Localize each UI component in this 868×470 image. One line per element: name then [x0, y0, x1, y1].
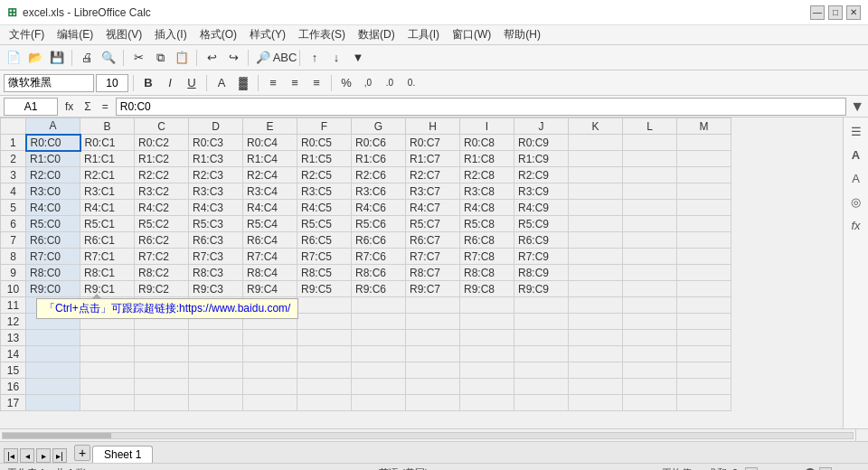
- cell-F13[interactable]: [297, 330, 352, 346]
- sort-asc-button[interactable]: ↑: [305, 48, 325, 68]
- cell-L1[interactable]: [623, 135, 677, 151]
- sidebar-format-button[interactable]: A: [846, 168, 866, 188]
- cell-I11[interactable]: [460, 297, 514, 314]
- cell-B9[interactable]: R8:C1: [80, 265, 135, 281]
- cell-B7[interactable]: R6:C1: [80, 232, 135, 249]
- formula-expand-button[interactable]: ▼: [850, 99, 864, 115]
- cell-D13[interactable]: [189, 330, 243, 346]
- cell-H10[interactable]: R9:C7: [406, 281, 460, 297]
- cell-M8[interactable]: [677, 249, 731, 265]
- cell-G8[interactable]: R7:C6: [352, 249, 406, 265]
- cell-I16[interactable]: [460, 379, 514, 395]
- cell-I3[interactable]: R2:C8: [460, 167, 514, 183]
- cell-G12[interactable]: [352, 314, 406, 330]
- preview-button[interactable]: 🔍: [99, 48, 118, 68]
- cell-B3[interactable]: R2:C1: [80, 167, 135, 183]
- cell-C13[interactable]: [135, 330, 189, 346]
- percent-button[interactable]: %: [336, 73, 356, 93]
- bold-button[interactable]: B: [138, 73, 158, 93]
- cell-G11[interactable]: [352, 297, 406, 314]
- cell-I5[interactable]: R4:C8: [460, 200, 514, 216]
- cell-D16[interactable]: [189, 379, 243, 395]
- cell-D1[interactable]: R0:C3: [189, 135, 243, 151]
- col-header-K[interactable]: K: [569, 118, 623, 135]
- cell-H4[interactable]: R3:C7: [406, 183, 460, 200]
- cell-K7[interactable]: [569, 232, 623, 249]
- cell-M9[interactable]: [677, 265, 731, 281]
- cell-G3[interactable]: R2:C6: [352, 167, 406, 183]
- cell-C10[interactable]: R9:C2: [135, 281, 189, 297]
- cell-I17[interactable]: [460, 395, 514, 411]
- cell-E15[interactable]: [243, 362, 297, 379]
- cell-G7[interactable]: R6:C6: [352, 232, 406, 249]
- cell-D15[interactable]: [189, 362, 243, 379]
- cell-F10[interactable]: R9:C5: [297, 281, 352, 297]
- cell-I2[interactable]: R1:C8: [460, 151, 514, 167]
- cell-K17[interactable]: [569, 395, 623, 411]
- cell-C6[interactable]: R5:C2: [135, 216, 189, 232]
- cell-J14[interactable]: [514, 346, 569, 362]
- cell-K13[interactable]: [569, 330, 623, 346]
- find-button[interactable]: 🔎: [253, 48, 273, 68]
- cell-F14[interactable]: [297, 346, 352, 362]
- menu-item-插入(I)[interactable]: 插入(I): [149, 25, 192, 44]
- cell-B10[interactable]: R9:C1: [80, 281, 135, 297]
- cell-M4[interactable]: [677, 183, 731, 200]
- fx-label[interactable]: fx: [61, 100, 77, 113]
- cell-L15[interactable]: [623, 362, 677, 379]
- align-center-button[interactable]: ≡: [285, 73, 305, 93]
- col-header-B[interactable]: B: [80, 118, 135, 135]
- cell-J3[interactable]: R2:C9: [514, 167, 569, 183]
- cell-K10[interactable]: [569, 281, 623, 297]
- cell-J17[interactable]: [514, 395, 569, 411]
- spellcheck-button[interactable]: ABC: [275, 48, 295, 68]
- cell-L14[interactable]: [623, 346, 677, 362]
- cell-L16[interactable]: [623, 379, 677, 395]
- cell-M10[interactable]: [677, 281, 731, 297]
- cell-E14[interactable]: [243, 346, 297, 362]
- col-header-G[interactable]: G: [352, 118, 406, 135]
- redo-button[interactable]: ↪: [223, 48, 243, 68]
- cell-A17[interactable]: [26, 395, 80, 411]
- cell-K2[interactable]: [569, 151, 623, 167]
- cell-E7[interactable]: R6:C4: [243, 232, 297, 249]
- comma-button[interactable]: ,0: [358, 73, 378, 93]
- sheet-tab-1[interactable]: Sheet 1: [92, 446, 153, 463]
- cell-J5[interactable]: R4:C9: [514, 200, 569, 216]
- cell-E2[interactable]: R1:C4: [243, 151, 297, 167]
- cell-D14[interactable]: [189, 346, 243, 362]
- cell-G13[interactable]: [352, 330, 406, 346]
- cell-B5[interactable]: R4:C1: [80, 200, 135, 216]
- cell-A4[interactable]: R3:C0: [26, 183, 80, 200]
- cell-F15[interactable]: [297, 362, 352, 379]
- cell-J13[interactable]: [514, 330, 569, 346]
- cell-B1[interactable]: R0:C1: [80, 135, 135, 151]
- menu-item-样式(Y)[interactable]: 样式(Y): [244, 25, 291, 44]
- sidebar-gallery-button[interactable]: ◎: [846, 192, 866, 212]
- copy-button[interactable]: ⧉: [150, 48, 170, 68]
- cell-M12[interactable]: [677, 314, 731, 330]
- cell-C5[interactable]: R4:C2: [135, 200, 189, 216]
- cell-H6[interactable]: R5:C7: [406, 216, 460, 232]
- h-scrollbar-thumb[interactable]: [3, 433, 111, 438]
- cell-H13[interactable]: [406, 330, 460, 346]
- cell-C3[interactable]: R2:C2: [135, 167, 189, 183]
- cell-G4[interactable]: R3:C6: [352, 183, 406, 200]
- maximize-button[interactable]: □: [828, 5, 843, 20]
- cell-G6[interactable]: R5:C6: [352, 216, 406, 232]
- col-header-I[interactable]: I: [460, 118, 514, 135]
- col-header-A[interactable]: A: [26, 118, 80, 135]
- cell-D10[interactable]: R9:C3: [189, 281, 243, 297]
- cell-A16[interactable]: [26, 379, 80, 395]
- cell-I12[interactable]: [460, 314, 514, 330]
- cell-I6[interactable]: R5:C8: [460, 216, 514, 232]
- cell-K4[interactable]: [569, 183, 623, 200]
- paste-button[interactable]: 📋: [172, 48, 192, 68]
- open-button[interactable]: 📂: [25, 48, 45, 68]
- cell-F4[interactable]: R3:C5: [297, 183, 352, 200]
- cell-J1[interactable]: R0:C9: [514, 135, 569, 151]
- cell-J16[interactable]: [514, 379, 569, 395]
- cell-C15[interactable]: [135, 362, 189, 379]
- save-button[interactable]: 💾: [47, 48, 67, 68]
- cell-B15[interactable]: [80, 362, 135, 379]
